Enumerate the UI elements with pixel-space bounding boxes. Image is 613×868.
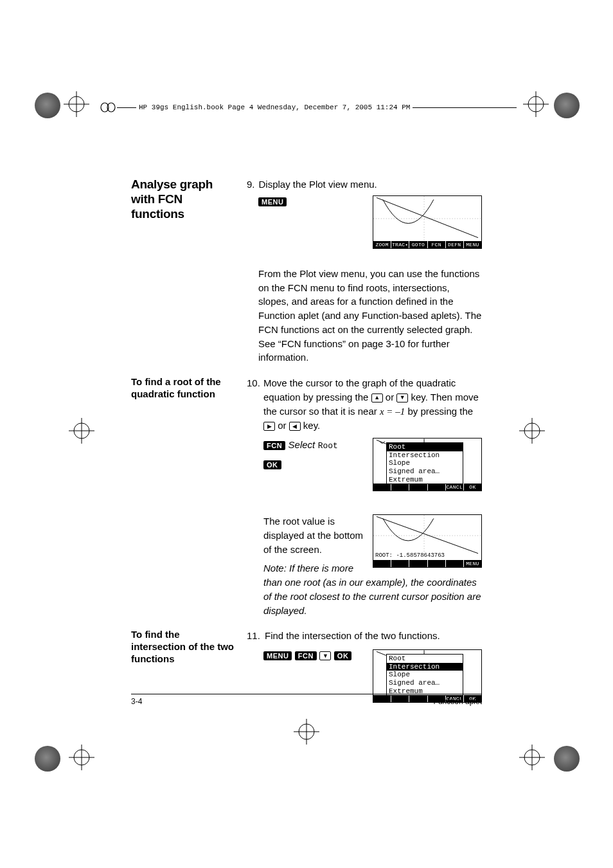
softkey: GOTO xyxy=(409,241,427,248)
ok-softkey: OK xyxy=(334,651,352,660)
body-paragraph: From the Plot view menu, you can use the… xyxy=(258,267,482,365)
print-registration-disc xyxy=(35,746,60,772)
menu-item: Slope xyxy=(387,671,463,679)
menu-item: Slope xyxy=(387,459,463,467)
menu-item: Signed area… xyxy=(387,679,463,687)
softkey: OK xyxy=(464,484,481,491)
crosshair-icon xyxy=(69,418,94,444)
softkey xyxy=(409,560,427,567)
menu-item: Intersection xyxy=(387,663,463,671)
softkey xyxy=(428,484,446,491)
body-note: Note: If there is more than one root (as… xyxy=(263,561,482,617)
menu-item: Intersection xyxy=(387,451,463,460)
menu-item: Extremum xyxy=(387,476,463,484)
menu-softkey: MENU xyxy=(263,651,292,660)
plot-graph-icon xyxy=(373,196,481,241)
fcn-softkey: FCN xyxy=(263,441,285,450)
softkey: FCN xyxy=(428,241,446,248)
softkey xyxy=(391,484,409,491)
step-text: Display the Plot view menu. xyxy=(259,177,377,192)
menu-item: Signed area… xyxy=(387,467,463,476)
print-registration-disc xyxy=(35,93,60,118)
right-arrow-key: ▶ xyxy=(263,422,275,431)
softkey xyxy=(409,484,427,491)
softkey: ZOOM xyxy=(373,241,391,248)
down-arrow-key: ▼ xyxy=(396,393,408,402)
crosshair-icon xyxy=(294,719,319,745)
left-arrow-key: ◀ xyxy=(289,422,301,431)
fcn-softkey: FCN xyxy=(295,651,317,660)
softkey xyxy=(373,560,391,567)
crosshair-icon xyxy=(69,745,94,770)
softkey: TRAC▪ xyxy=(391,241,409,248)
section-heading-analyse: Analyse graph with FCN functions xyxy=(131,177,234,221)
step-text: Move the cursor to the graph of the quad… xyxy=(263,376,482,433)
root-result-text: ROOT: -1.58578643763 xyxy=(375,552,445,559)
print-registration-disc xyxy=(554,93,580,118)
menu-item: Root xyxy=(387,443,463,451)
section-heading-root: To find a root of the quadratic function xyxy=(131,376,234,401)
fcn-menu-list: Root Intersection Slope Signed area… Ext… xyxy=(386,442,463,484)
up-arrow-key: ▲ xyxy=(371,393,383,402)
menu-item: Root xyxy=(387,655,463,663)
calculator-screen-root-result: ROOT: -1.58578643763 MENU xyxy=(373,514,482,568)
crosshair-icon xyxy=(519,745,545,770)
select-item: Root xyxy=(318,441,338,451)
fcn-menu-list: Root Intersection Slope Signed area… Ext… xyxy=(386,654,463,696)
header-text: HP 39gs English.book Page 4 Wednesday, D… xyxy=(136,104,413,111)
softkey xyxy=(428,560,446,567)
footer-title: Function aplet xyxy=(434,697,482,706)
softkey xyxy=(446,560,464,567)
body-paragraph: The root value is displayed at the botto… xyxy=(263,514,366,556)
softkey: CANCL xyxy=(446,484,464,491)
page-number: 3-4 xyxy=(131,697,142,706)
calculator-screen-fcn-menu-root: Root Intersection Slope Signed area… Ext… xyxy=(373,438,482,491)
crosshair-icon xyxy=(64,91,89,117)
print-header: HP 39gs English.book Page 4 Wednesday, D… xyxy=(99,100,517,114)
step-number: 10. xyxy=(247,376,261,433)
menu-softkey: MENU xyxy=(258,197,287,206)
step-number: 9. xyxy=(247,177,255,192)
softkey: MENU xyxy=(464,560,481,567)
section-heading-intersection: To find the intersection of the two func… xyxy=(131,629,234,665)
page-footer: 3-4 Function aplet xyxy=(131,694,482,706)
step-number: 11. xyxy=(247,629,261,643)
crosshair-icon xyxy=(523,91,549,117)
equation: x = –1 xyxy=(380,406,405,417)
softkey xyxy=(373,484,391,491)
select-word: Select xyxy=(289,439,315,450)
calculator-screen-plot-menu: ZOOM TRAC▪ GOTO FCN DEFN MENU xyxy=(373,195,482,249)
book-binding-icon xyxy=(99,100,117,114)
down-arrow-key: ▼ xyxy=(319,651,331,660)
crosshair-icon xyxy=(519,418,545,444)
ok-softkey: OK xyxy=(263,460,281,469)
softkey: DEFN xyxy=(446,241,464,248)
step-text: Find the intersection of the two functio… xyxy=(265,629,440,643)
softkey xyxy=(391,560,409,567)
print-registration-disc xyxy=(554,746,580,772)
softkey: MENU xyxy=(464,241,481,248)
